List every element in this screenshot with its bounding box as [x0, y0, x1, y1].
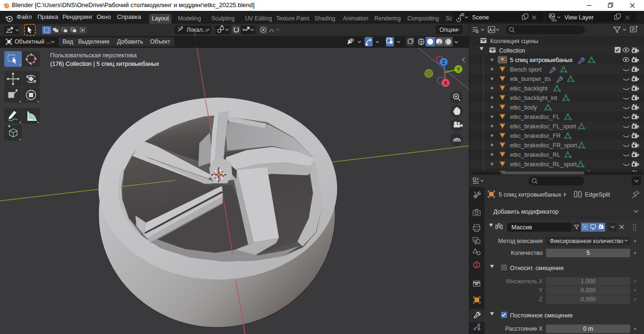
svg-text:X: X: [444, 81, 447, 86]
svg-text:etkc_brakedisc_RL: etkc_brakedisc_RL: [510, 152, 560, 158]
svg-text:etkc_brakedisc_FR: etkc_brakedisc_FR: [510, 133, 561, 139]
svg-text:1.000: 1.000: [581, 278, 595, 285]
svg-text:Добавить модификатор: Добавить модификатор: [493, 208, 558, 215]
svg-text:Scene: Scene: [472, 14, 489, 21]
svg-text:View Layer: View Layer: [564, 14, 594, 21]
svg-text:etkc_brakedisc_RL_sport: etkc_brakedisc_RL_sport: [510, 161, 577, 168]
svg-text:EdgeSplit: EdgeSplit: [585, 191, 610, 198]
svg-text:etkc_brakedisc_FL: etkc_brakedisc_FL: [510, 114, 560, 120]
svg-text:etkc_backlight_int: etkc_backlight_int: [510, 95, 557, 101]
svg-text:0.000: 0.000: [581, 296, 595, 303]
svg-text:0.000: 0.000: [581, 287, 595, 294]
svg-text:etkc_brakedisc_FL_sport: etkc_brakedisc_FL_sport: [510, 123, 576, 130]
svg-text:Фиксированное количество: Фиксированное количество: [550, 238, 624, 244]
svg-text:etkc_body: etkc_body: [510, 104, 537, 111]
svg-text:5 спиц хитровыебаных: 5 спиц хитровыебаных: [499, 191, 562, 198]
svg-text:Множитель X: Множитель X: [506, 278, 543, 285]
svg-text:5 спиц хитровыебаных: 5 спиц хитровыебаных: [510, 57, 573, 63]
svg-text:etk_bumper_tts: etk_bumper_tts: [510, 76, 551, 82]
svg-text:5: 5: [587, 250, 590, 256]
svg-text:Количество: Количество: [511, 250, 543, 256]
svg-text:etkc_backlight: etkc_backlight: [510, 85, 548, 92]
svg-text:Bench sport: Bench sport: [510, 66, 542, 73]
svg-text:Массив: Массив: [511, 224, 532, 231]
svg-text:Метод вписания: Метод вписания: [498, 238, 543, 244]
svg-text:Y: Y: [539, 287, 543, 294]
svg-text:etkc_brakedisc_FR_sport: etkc_brakedisc_FR_sport: [510, 142, 577, 149]
svg-text:Y: Y: [457, 67, 460, 72]
svg-text:Опции: Опции: [439, 27, 457, 33]
svg-text:Относит. смещение: Относит. смещение: [510, 265, 564, 271]
svg-text:Z: Z: [539, 296, 543, 303]
svg-text:0 m: 0 m: [583, 325, 593, 332]
svg-text:Z: Z: [442, 60, 445, 65]
svg-text:Локал...: Локал...: [187, 27, 207, 33]
svg-text:Коллекция сцены: Коллекция сцены: [490, 38, 538, 45]
svg-text:Collection: Collection: [499, 47, 525, 54]
svg-text:Расстояние X: Расстояние X: [505, 325, 543, 332]
svg-text:Постоянное смещение: Постоянное смещение: [510, 312, 572, 319]
